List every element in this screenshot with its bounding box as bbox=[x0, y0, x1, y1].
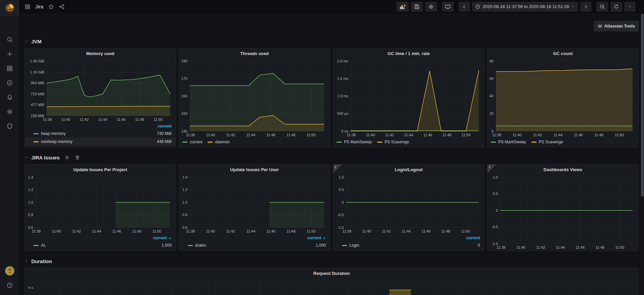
panel-header[interactable]: Login/Logout bbox=[333, 164, 484, 175]
dashboards-grid-icon[interactable] bbox=[0, 61, 19, 76]
grafana-logo-icon bbox=[5, 3, 15, 13]
threads-used-chart[interactable]: 14015016017018011:3811:4011:4211:4411:46… bbox=[179, 58, 330, 138]
svg-text:60: 60 bbox=[489, 77, 493, 81]
svg-text:11:38: 11:38 bbox=[347, 133, 356, 137]
share-icon[interactable] bbox=[59, 4, 65, 10]
svg-text:11:48: 11:48 bbox=[594, 133, 603, 137]
search-icon[interactable] bbox=[0, 32, 19, 47]
save-dashboard-button[interactable] bbox=[411, 2, 423, 11]
legend-series-name[interactable]: heap memory bbox=[25, 131, 157, 136]
svg-text:11:50: 11:50 bbox=[615, 133, 624, 137]
legend-item[interactable]: PS MarkSweep bbox=[337, 140, 372, 144]
legend-current-header[interactable]: current bbox=[333, 235, 484, 241]
dashboard-settings-button[interactable] bbox=[425, 2, 437, 11]
svg-text:11:42: 11:42 bbox=[226, 133, 235, 137]
refresh-interval-button[interactable] bbox=[625, 2, 635, 11]
time-forward-button[interactable] bbox=[581, 2, 591, 11]
panel-login-logout: i Login/Logout -1.0-0.500.51.011:3811:40… bbox=[333, 164, 484, 251]
section-duration[interactable]: Duration bbox=[25, 256, 639, 266]
section-jira-issues[interactable]: JIRA Issues bbox=[25, 153, 639, 162]
add-panel-button[interactable] bbox=[396, 2, 409, 11]
gc-count-chart[interactable]: 02040608011:3811:4011:4211:4411:4611:481… bbox=[487, 58, 638, 138]
chevron-right-icon bbox=[583, 4, 589, 9]
dashboard-links-row: Atlassian Tools bbox=[25, 21, 639, 31]
server-admin-shield-icon[interactable] bbox=[0, 119, 19, 133]
panel-info-corner-icon[interactable] bbox=[333, 164, 342, 173]
panel-info-corner-icon[interactable] bbox=[487, 164, 496, 173]
zoom-out-button[interactable] bbox=[597, 2, 608, 11]
svg-text:20: 20 bbox=[489, 111, 493, 115]
svg-text:11:40: 11:40 bbox=[516, 245, 525, 249]
tv-mode-button[interactable] bbox=[442, 2, 454, 11]
svg-text:11:40: 11:40 bbox=[206, 229, 215, 233]
gc-time-chart[interactable]: 0 ns500 µs1.0 ms1.5 ms2.0 ms11:3811:4011… bbox=[333, 58, 484, 138]
panel-header[interactable]: Memory used bbox=[25, 48, 176, 58]
panel-memory-used: Memory used 238 MiB477 MiB715 MiB954 MiB… bbox=[25, 48, 176, 147]
grafana-logo[interactable] bbox=[0, 0, 19, 16]
caret-down-icon bbox=[323, 237, 326, 240]
row-settings-gear-icon[interactable] bbox=[65, 155, 70, 160]
svg-text:11:40: 11:40 bbox=[366, 133, 375, 137]
svg-text:150: 150 bbox=[181, 111, 187, 115]
legend-series-name[interactable]: Login bbox=[333, 243, 478, 248]
star-icon[interactable] bbox=[48, 4, 54, 10]
explore-compass-icon[interactable] bbox=[0, 76, 19, 90]
svg-text:0.5: 0.5 bbox=[493, 192, 498, 196]
legend-item[interactable]: daemon bbox=[208, 140, 229, 144]
panel-header[interactable]: Update Issues Per User bbox=[179, 164, 330, 175]
update-issues-per-project-chart[interactable]: 0.60.81.01.21.411:3811:4011:4211:4411:46… bbox=[25, 175, 176, 235]
svg-text:11:38: 11:38 bbox=[186, 229, 195, 233]
panel-header[interactable]: Dashboards Views bbox=[487, 164, 638, 175]
page-scrollbar[interactable] bbox=[641, 13, 644, 295]
alerting-bell-icon[interactable] bbox=[0, 90, 19, 104]
legend-item[interactable]: current bbox=[182, 140, 202, 144]
panel-request-duration: Request Duration 4 s3 s bbox=[25, 268, 639, 295]
svg-text:0.8: 0.8 bbox=[182, 213, 187, 217]
help-icon[interactable]: ? bbox=[0, 278, 19, 292]
dashboard-title[interactable]: Jira bbox=[35, 4, 43, 9]
login-logout-chart[interactable]: -1.0-0.500.51.011:3811:4011:4211:4411:46… bbox=[333, 175, 484, 235]
svg-text:11:42: 11:42 bbox=[80, 117, 89, 121]
svg-text:0 ns: 0 ns bbox=[341, 129, 348, 133]
panel-header[interactable]: GC time / 1 min. rate bbox=[333, 48, 484, 58]
panel-header[interactable]: GC count bbox=[487, 48, 638, 58]
svg-text:11:44: 11:44 bbox=[402, 229, 411, 233]
legend-series-name[interactable]: dralex bbox=[179, 243, 316, 248]
section-jvm[interactable]: JVM bbox=[25, 37, 639, 46]
svg-text:1.0: 1.0 bbox=[493, 175, 498, 179]
panel-header[interactable]: Threads used bbox=[179, 48, 330, 58]
refresh-button[interactable] bbox=[611, 2, 622, 11]
scrollbar-thumb[interactable] bbox=[641, 14, 644, 197]
panel-header[interactable]: Update Issues Per Project bbox=[25, 164, 176, 175]
dashboards-views-chart[interactable]: -1.0-0.500.51.011:3811:4011:4211:4411:46… bbox=[487, 175, 638, 251]
legend-current-header[interactable]: current bbox=[25, 235, 176, 241]
legend-item[interactable]: PS Scavenge bbox=[377, 140, 409, 144]
legend-item[interactable]: PS Scavenge bbox=[531, 140, 563, 144]
legend-series-name[interactable]: AL bbox=[25, 243, 162, 248]
time-back-button[interactable] bbox=[459, 2, 470, 11]
dashboards-grid-icon[interactable] bbox=[25, 4, 31, 10]
panel-header[interactable]: Request Duration bbox=[25, 268, 638, 278]
svg-text:11:42: 11:42 bbox=[536, 245, 545, 249]
legend-current-header[interactable]: current bbox=[25, 123, 176, 130]
atlassian-tools-button[interactable]: Atlassian Tools bbox=[594, 21, 639, 31]
configuration-gear-icon[interactable] bbox=[0, 104, 19, 119]
svg-text:1.4: 1.4 bbox=[28, 175, 33, 179]
svg-text:11:48: 11:48 bbox=[595, 245, 604, 249]
plus-icon[interactable] bbox=[0, 47, 19, 61]
request-duration-chart[interactable]: 4 s3 s bbox=[25, 278, 638, 295]
svg-text:11:40: 11:40 bbox=[52, 229, 61, 233]
update-issues-per-user-chart[interactable]: 0.60.81.01.21.411:3811:4011:4211:4411:46… bbox=[179, 175, 330, 235]
legend-series-name[interactable]: nonheap memory bbox=[25, 139, 157, 144]
row-delete-trash-icon[interactable] bbox=[75, 155, 80, 160]
svg-text:2.0 ms: 2.0 ms bbox=[337, 59, 349, 63]
time-range-button[interactable]: 2020-08-18 11:37:56 to 2020-08-18 11:51:… bbox=[472, 2, 578, 11]
memory-used-chart[interactable]: 238 MiB477 MiB715 MiB954 MiB1.16 GiB1.40… bbox=[25, 58, 176, 123]
svg-text:0.6: 0.6 bbox=[182, 226, 187, 230]
svg-text:11:50: 11:50 bbox=[461, 229, 470, 233]
add-panel-icon bbox=[399, 3, 406, 10]
user-avatar[interactable] bbox=[0, 263, 19, 278]
legend-item[interactable]: PS MarkSweep bbox=[491, 140, 526, 144]
svg-text:11:42: 11:42 bbox=[226, 229, 235, 233]
legend-current-header[interactable]: current bbox=[179, 235, 330, 241]
